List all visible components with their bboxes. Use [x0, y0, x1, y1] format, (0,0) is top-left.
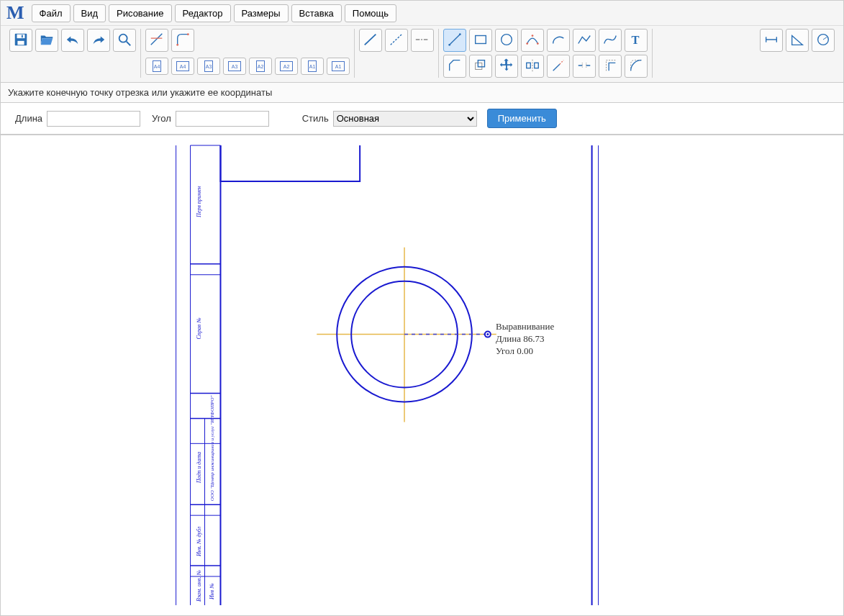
svg-point-19	[532, 35, 534, 37]
undo-button[interactable]	[61, 29, 84, 52]
svg-rect-2	[17, 40, 24, 45]
svg-point-8	[176, 43, 178, 45]
svg-line-5	[127, 41, 131, 45]
paper-a1-portrait[interactable]: A1	[301, 58, 324, 75]
paper-a2-landscape[interactable]: A2	[275, 58, 298, 75]
paper-a2-portrait[interactable]: A2	[249, 58, 272, 75]
move-button[interactable]	[495, 55, 518, 78]
line-solid-icon	[363, 32, 378, 50]
arc-3pt-button[interactable]	[521, 29, 544, 52]
round-corner-button[interactable]	[625, 55, 648, 78]
menu-view[interactable]: Вид	[73, 4, 106, 22]
dim-radius-button[interactable]	[812, 29, 835, 52]
menubar: M Файл Вид Рисование Редактор Размеры Вс…	[1, 1, 843, 26]
svg-text:T: T	[632, 32, 640, 46]
corner-icon	[602, 58, 618, 76]
length-input[interactable]	[47, 111, 140, 127]
trim-button[interactable]	[145, 29, 168, 52]
svg-rect-25	[527, 63, 531, 68]
svg-rect-23	[478, 60, 484, 66]
break-button[interactable]	[573, 55, 596, 78]
titleblock-cell-4: Инв. № дубл	[196, 526, 202, 557]
svg-rect-22	[476, 63, 482, 69]
menu-drawing[interactable]: Рисование	[109, 4, 171, 22]
text-icon: T	[628, 32, 644, 50]
spline-button[interactable]	[599, 29, 622, 52]
svg-point-15	[459, 33, 461, 35]
chamfer-button[interactable]	[443, 55, 466, 78]
chamfer-icon	[447, 58, 463, 76]
svg-line-13	[450, 34, 460, 45]
toolbar-group-shapes: T	[439, 29, 653, 78]
paper-size-row: A4 A4 A3 A3 A2 A2 A1 A1	[145, 55, 350, 78]
line-dashed-icon	[389, 32, 404, 50]
svg-line-28	[560, 60, 564, 64]
angle-label: Угол	[152, 113, 171, 124]
extend-button[interactable]	[547, 55, 570, 78]
drawing-surface: Перв примен Справ № Подп и дата ООО "Цен…	[1, 135, 843, 615]
menu-editor[interactable]: Редактор	[175, 4, 231, 22]
line-solid-button[interactable]	[359, 29, 382, 52]
line-dashed-button[interactable]	[385, 29, 408, 52]
dim-linear-button[interactable]	[760, 29, 783, 52]
angle-input[interactable]	[176, 111, 269, 127]
menu-file[interactable]: Файл	[32, 4, 71, 22]
polyline-button[interactable]	[573, 29, 596, 52]
line-center-button[interactable]	[411, 29, 434, 52]
paper-a3-landscape[interactable]: A3	[223, 58, 246, 75]
svg-point-20	[537, 42, 539, 45]
line-tool-button[interactable]	[443, 29, 466, 52]
extend-icon	[550, 58, 566, 76]
paper-a4-landscape[interactable]: A4	[171, 58, 194, 75]
save-button[interactable]	[9, 29, 32, 52]
trim-icon	[149, 32, 165, 50]
zoom-button[interactable]	[113, 29, 136, 52]
menu-dimensions[interactable]: Размеры	[234, 4, 289, 22]
canvas[interactable]: Перв примен Справ № Подп и дата ООО "Цен…	[1, 135, 843, 615]
magnifier-icon	[117, 32, 132, 50]
circle-icon	[499, 32, 514, 50]
style-select[interactable]: Основная	[333, 111, 477, 127]
svg-rect-16	[476, 35, 486, 43]
apply-button[interactable]: Применить	[487, 109, 557, 128]
menu-insert[interactable]: Вставка	[291, 4, 342, 22]
paper-a1-landscape[interactable]: A1	[327, 58, 350, 75]
text-tool-button[interactable]: T	[625, 29, 648, 52]
svg-point-9	[187, 33, 189, 35]
status-bar: Укажите конечную точку отрезка или укажи…	[1, 83, 843, 103]
titleblock-cell-2: Справ №	[196, 317, 202, 339]
round-corner-icon	[628, 58, 644, 76]
svg-line-11	[391, 34, 402, 45]
fillet-button[interactable]	[171, 29, 194, 52]
rectangle-tool-button[interactable]	[469, 29, 492, 52]
corner-button[interactable]	[599, 55, 622, 78]
mirror-icon	[525, 58, 540, 76]
titleblock-cell-1: Перв примен	[196, 186, 202, 218]
open-button[interactable]	[35, 29, 58, 52]
fillet-icon	[175, 32, 191, 50]
svg-point-60	[486, 333, 489, 335]
circle-tool-button[interactable]	[495, 29, 518, 52]
svg-rect-1	[17, 34, 25, 38]
paper-a3-portrait[interactable]: A3	[197, 58, 220, 75]
redo-button[interactable]	[87, 29, 110, 52]
dim-angle-button[interactable]	[786, 29, 809, 52]
line-icon	[447, 32, 463, 50]
dim-angle-icon	[789, 32, 805, 50]
svg-line-27	[553, 64, 560, 71]
svg-point-14	[448, 43, 450, 45]
tooltip-snap: Выравнивание	[496, 321, 554, 333]
svg-rect-26	[535, 63, 539, 68]
line-center-icon	[414, 32, 430, 50]
titleblock-cell-5b: Инв №	[209, 583, 215, 600]
menu-help[interactable]: Помощь	[345, 4, 396, 22]
save-icon	[13, 32, 29, 50]
paper-a4-portrait[interactable]: A4	[145, 58, 168, 75]
toolbar-group-file	[5, 29, 141, 78]
length-label: Длина	[15, 113, 42, 124]
app-root: M Файл Вид Рисование Редактор Размеры Вс…	[0, 0, 844, 616]
arc-button[interactable]	[547, 29, 570, 52]
titleblock-cell-3: Подп и дата	[196, 452, 202, 484]
mirror-button[interactable]	[521, 55, 544, 78]
offset-button[interactable]	[469, 55, 492, 78]
